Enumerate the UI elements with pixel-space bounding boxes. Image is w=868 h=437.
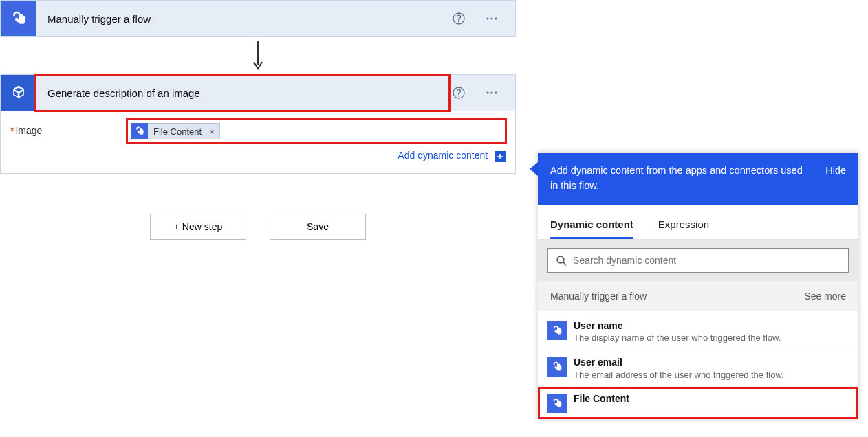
more-menu-button[interactable] [482,9,501,28]
prompt-icon [1,75,36,111]
action-card[interactable]: Generate description of an image *Image [0,74,516,174]
search-input[interactable] [573,255,841,266]
more-menu-button[interactable] [482,83,501,102]
dyn-item-title: User email [574,356,849,369]
tap-icon [1,1,36,36]
tap-icon [547,394,567,413]
dyn-item-desc: The email address of the user who trigge… [574,369,849,381]
help-icon[interactable] [449,9,468,28]
save-button[interactable]: Save [270,214,366,240]
svg-point-5 [490,17,492,19]
token-label: File Content [148,126,207,137]
dynamic-content-panel: Add dynamic content from the apps and co… [538,153,858,419]
help-icon[interactable] [449,83,468,102]
dyn-item-title: File Content [574,392,849,405]
token-remove-button[interactable]: × [207,126,219,137]
see-more-button[interactable]: See more [804,291,846,302]
dyn-item-user-name[interactable]: User name The display name of the user w… [538,314,858,350]
svg-point-9 [490,91,492,93]
group-title: Manually trigger a flow [550,291,647,302]
dyn-item-desc: The display name of the user who trigger… [574,332,849,344]
connector-arrow-icon [0,37,516,74]
dyn-item-file-content[interactable]: File Content [538,387,858,419]
svg-point-10 [495,91,497,93]
tap-icon [131,123,148,139]
tap-icon [547,357,567,377]
image-param-input[interactable]: File Content × [127,120,506,143]
image-param-label: *Image [10,120,127,136]
panel-header-text: Add dynamic content from the apps and co… [550,164,805,194]
trigger-card[interactable]: Manually trigger a flow [0,0,516,37]
search-icon [555,254,567,267]
file-content-token[interactable]: File Content × [131,123,220,139]
hide-panel-button[interactable]: Hide [817,164,846,179]
search-input-wrapper[interactable] [547,248,849,273]
svg-point-6 [495,17,497,19]
dyn-item-user-email[interactable]: User email The email address of the user… [538,350,858,387]
dyn-item-title: User name [574,320,849,333]
tab-expression[interactable]: Expression [658,210,709,239]
add-dynamic-content-link[interactable]: Add dynamic content [398,150,488,161]
action-title: Generate description of an image [36,75,449,111]
new-step-button[interactable]: + New step [150,214,246,240]
svg-point-4 [486,17,488,19]
tab-dynamic-content[interactable]: Dynamic content [550,210,633,239]
add-dynamic-icon[interactable] [495,151,506,162]
svg-point-8 [486,91,488,93]
panel-pointer-icon [530,162,538,176]
trigger-title: Manually trigger a flow [36,13,449,25]
tap-icon [547,321,567,340]
